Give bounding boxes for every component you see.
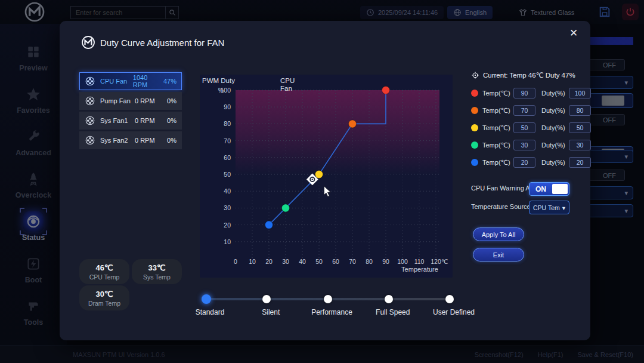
fan-curve-chart[interactable]: 1020304050607080901000102030405060708090… [200,75,453,278]
preset-slider: StandardSilentPerformanceFull SpeedUser … [200,293,456,334]
apply-to-all-button[interactable]: Apply To All [473,227,524,241]
tick-label: 40 [299,258,306,265]
tick-label: 80 [224,120,231,127]
fan-duty: 0% [167,117,177,124]
temp-chip-value: 33℃ [148,263,165,272]
temp-input[interactable] [513,88,535,99]
maxsun-logo-icon [81,35,95,50]
current-position-marker [312,179,313,180]
tick-label: 70 [349,258,356,265]
temp-label: Temp(℃) [482,159,513,167]
point-color-dot [471,141,478,149]
temp-label: Temp(℃) [482,90,513,97]
tick-label: 20 [265,258,273,265]
temp-chip: 33℃Sys Temp [132,259,182,284]
fan-rpm: 0 RPM [135,137,167,144]
duty-input[interactable] [569,157,591,168]
duty-label: Duty(%) [541,141,569,149]
tick-label: 20 [224,222,231,229]
tick-label: 0 [234,258,237,265]
curve-point[interactable] [282,204,290,212]
fan-warning-alert-row: CPU Fan Warning Alert ON [471,182,638,196]
preset-label[interactable]: Performance [299,308,365,316]
temp-input[interactable] [513,122,535,133]
duty-input[interactable] [569,105,591,116]
fan-rpm: 0 RPM [135,117,167,124]
fan-icon [85,76,95,87]
fan-warning-alert-toggle[interactable]: ON [529,182,569,196]
temperature-source-label: Temperature Source [471,203,531,210]
fan-duty: 0% [167,137,177,144]
y-unit-label: % [218,87,224,94]
toggle-state-label: ON [530,185,552,193]
preset-dot-user-defined[interactable] [445,295,454,303]
temp-chip-value: 30℃ [95,290,113,299]
curve-point[interactable] [265,221,273,229]
exit-button[interactable]: Exit [473,248,524,262]
preset-label[interactable]: Silent [238,308,304,316]
tick-label: 30 [224,204,231,211]
duty-input[interactable] [569,140,591,150]
preset-label[interactable]: Full Speed [360,308,426,316]
tick-label: 80 [366,258,373,265]
fan-rpm: 1040 RPM [133,74,163,88]
chart-title: CPU [280,77,295,84]
duty-input[interactable] [569,88,591,99]
curve-point[interactable] [349,120,357,128]
preset-dot-standard[interactable] [202,294,211,304]
fan-list-item[interactable]: Pump Fan0 RPM0% [79,92,182,110]
chevron-down-icon: ▾ [562,204,565,211]
curve-point-row: Temp(℃)Duty(%) [471,122,591,133]
dialog-header: Duty Curve Adjustment for FAN [81,35,224,50]
temp-input[interactable] [513,157,535,168]
x-unit-label: ℃ [441,258,448,265]
temp-chip-value: 46℃ [95,263,113,272]
temp-chip: 46℃CPU Temp [79,259,129,284]
temp-label: Temp(℃) [482,141,513,149]
preset-dot-performance[interactable] [324,295,332,303]
fan-curve-dialog: Duty Curve Adjustment for FAN ✕ CPU Fan1… [60,21,590,340]
close-icon[interactable]: ✕ [566,26,581,40]
temp-label: Temp(℃) [482,124,513,132]
fan-duty: 0% [167,97,177,104]
fan-name: CPU Fan [100,78,133,85]
temp-chip-label: Dram Temp [88,300,120,307]
fan-icon [85,135,95,146]
tick-label: 10 [249,258,256,265]
crosshair-icon [471,71,479,79]
y-axis-title: PWM Duty [202,77,235,84]
fan-list-item[interactable]: CPU Fan1040 RPM47% [79,72,182,90]
temperature-source-row: Temperature Source CPU Tem ▾ [471,201,638,215]
duty-label: Duty(%) [541,90,569,97]
current-reading-text: Current: Temp 46℃ Duty 47% [483,71,575,79]
point-color-dot [471,124,478,131]
tick-label: 50 [315,258,323,265]
duty-input[interactable] [569,122,591,133]
tick-label: 70 [224,137,231,144]
temp-input[interactable] [513,105,535,116]
curve-point-row: Temp(℃)Duty(%) [471,157,591,168]
preset-label[interactable]: Standard [177,308,243,316]
temperature-source-select[interactable]: CPU Tem ▾ [529,201,569,214]
preset-dot-full-speed[interactable] [385,295,393,303]
tick-label: 60 [332,258,339,265]
temp-chip-label: Sys Temp [143,273,171,281]
toggle-knob [552,184,568,194]
curve-point[interactable] [315,171,323,179]
dialog-title: Duty Curve Adjustment for FAN [100,38,224,48]
tick-label: 110 [414,258,425,265]
temp-input[interactable] [513,140,535,150]
current-reading: Current: Temp 46℃ Duty 47% [471,71,575,79]
fan-name: Sys Fan1 [100,117,135,124]
curve-point-editor: Temp(℃)Duty(%)Temp(℃)Duty(%)Temp(℃)Duty(… [471,88,591,168]
preset-dot-silent[interactable] [262,295,271,303]
fan-list-item[interactable]: Sys Fan10 RPM0% [79,112,182,130]
tick-label: 40 [224,187,231,195]
tick-label: 50 [224,171,231,178]
temperature-source-value: CPU Tem [533,204,560,211]
preset-label[interactable]: User Defined [421,308,487,316]
tick-label: 10 [224,238,231,245]
chart-title: Fan [280,85,292,92]
curve-point[interactable] [382,87,390,94]
fan-list-item[interactable]: Sys Fan20 RPM0% [79,131,182,149]
